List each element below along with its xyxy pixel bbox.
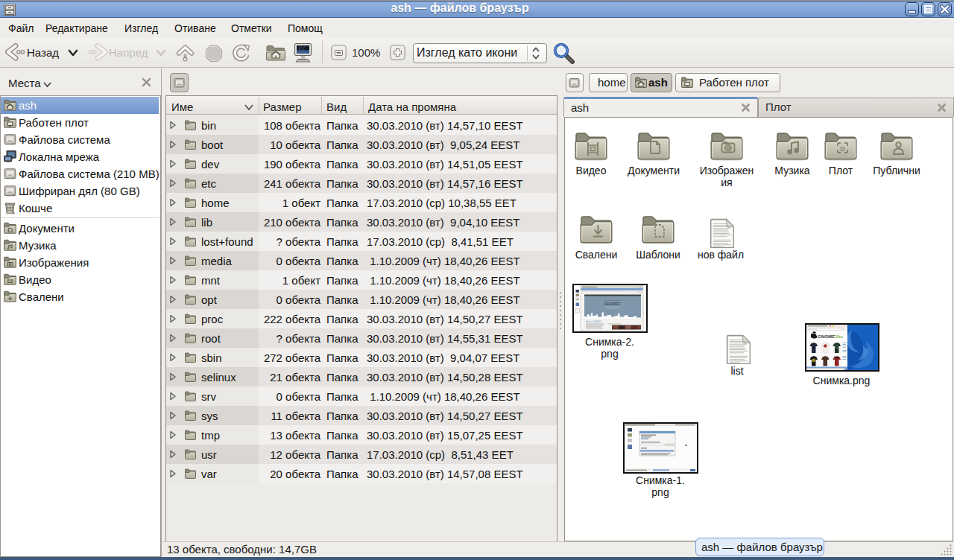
svg-text:GUADEC: GUADEC — [604, 302, 621, 306]
svg-text:About GUADEC: About GUADEC — [586, 320, 602, 323]
svg-text:GNOME: GNOME — [818, 334, 835, 339]
svg-text:Sto: Sto — [835, 334, 843, 339]
svg-text:The GNOME conference: The GNOME conference — [603, 299, 622, 301]
